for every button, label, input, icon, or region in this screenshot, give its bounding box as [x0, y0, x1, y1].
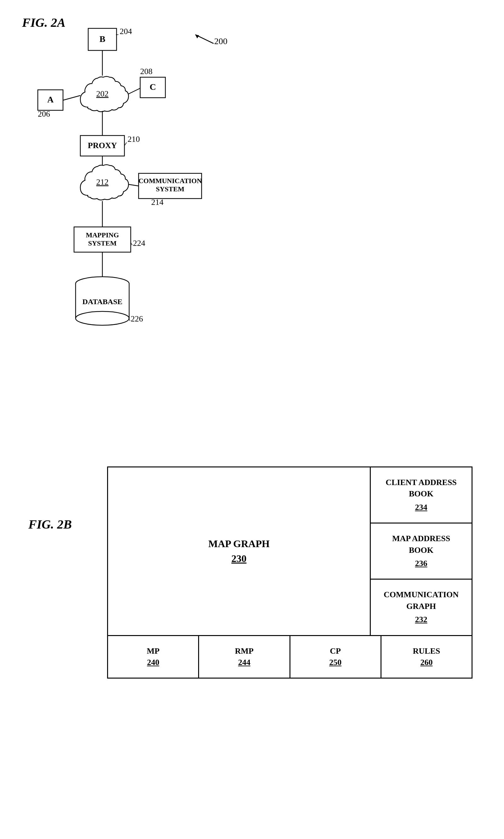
node-A-label: A: [47, 94, 54, 104]
proxy-label: PROXY: [88, 141, 117, 150]
cp-ref: 250: [293, 657, 377, 668]
node-212-label: 212: [96, 177, 109, 187]
map-graph-ref: 230: [232, 553, 247, 564]
ref-204: 204: [120, 27, 132, 36]
svg-line-5: [128, 88, 140, 94]
cp-label: CP: [293, 646, 377, 657]
node-C-label: C: [150, 82, 156, 92]
mp-label: MP: [111, 646, 195, 657]
map-graph-label: MAP GRAPH: [208, 538, 270, 550]
map-ab-label: MAP ADDRESS BOOK: [377, 533, 465, 556]
ref-200: 200: [214, 36, 228, 46]
cell-map-address-book: MAP ADDRESS BOOK 236: [371, 524, 471, 580]
comm-graph-ref: 232: [377, 614, 465, 625]
comm-system-label-1: COMMUNICATION: [138, 177, 202, 185]
map-ab-ref: 236: [377, 558, 465, 569]
fig2b-table: MAP GRAPH 230 CLIENT ADDRESS BOOK 234 MA…: [107, 467, 472, 679]
cloud-212: 212: [80, 165, 128, 200]
ref-214: 214: [151, 198, 163, 207]
rmp-label: RMP: [202, 646, 286, 657]
cell-cp: CP 250: [290, 636, 381, 678]
ref-224: 224: [133, 239, 145, 248]
comm-graph-label: COMMUNICATION GRAPH: [377, 589, 465, 612]
mapping-label-1: MAPPING: [86, 231, 119, 239]
cell-rmp: RMP 244: [199, 636, 290, 678]
fig2b-label: FIG. 2B: [28, 517, 72, 532]
svg-line-4: [63, 95, 80, 100]
rules-ref: 260: [384, 657, 468, 668]
ref-226: 226: [131, 314, 143, 324]
node-B-label: B: [100, 34, 106, 44]
ref-210: 210: [128, 135, 140, 144]
rmp-ref: 244: [202, 657, 286, 668]
cell-mp: MP 240: [108, 636, 199, 678]
cell-rules: RULES 260: [381, 636, 471, 678]
cell-comm-graph: COMMUNICATION GRAPH 232: [371, 580, 471, 635]
right-stack: CLIENT ADDRESS BOOK 234 MAP ADDRESS BOOK…: [371, 467, 471, 635]
fig2a-diagram: FIG. 2A 200 B 204 202 A 206 C 208: [19, 10, 265, 388]
cloud-202: 202: [80, 76, 128, 112]
cell-client-address-book: CLIENT ADDRESS BOOK 234: [371, 467, 471, 524]
cell-map-graph: MAP GRAPH 230: [108, 467, 371, 635]
mapping-label-2: SYSTEM: [88, 239, 117, 247]
client-ab-label: CLIENT ADDRESS BOOK: [377, 477, 465, 500]
db-bottom-ellipse: [76, 311, 129, 325]
node-202-label: 202: [96, 89, 109, 98]
rules-label: RULES: [384, 646, 468, 657]
fig2a-label: FIG. 2A: [22, 15, 66, 30]
ref-206: 206: [38, 109, 50, 119]
mp-ref: 240: [111, 657, 195, 668]
database-label: DATABASE: [82, 298, 122, 306]
table-bottom-row: MP 240 RMP 244 CP 250 RULES 260: [108, 636, 471, 678]
fig2a-svg: FIG. 2A 200 B 204 202 A 206 C 208: [19, 10, 265, 381]
comm-system-label-2: SYSTEM: [156, 185, 185, 193]
client-ab-ref: 234: [377, 502, 465, 513]
table-top-section: MAP GRAPH 230 CLIENT ADDRESS BOOK 234 MA…: [108, 467, 471, 636]
ref-208: 208: [140, 67, 152, 76]
svg-line-9: [128, 185, 139, 186]
